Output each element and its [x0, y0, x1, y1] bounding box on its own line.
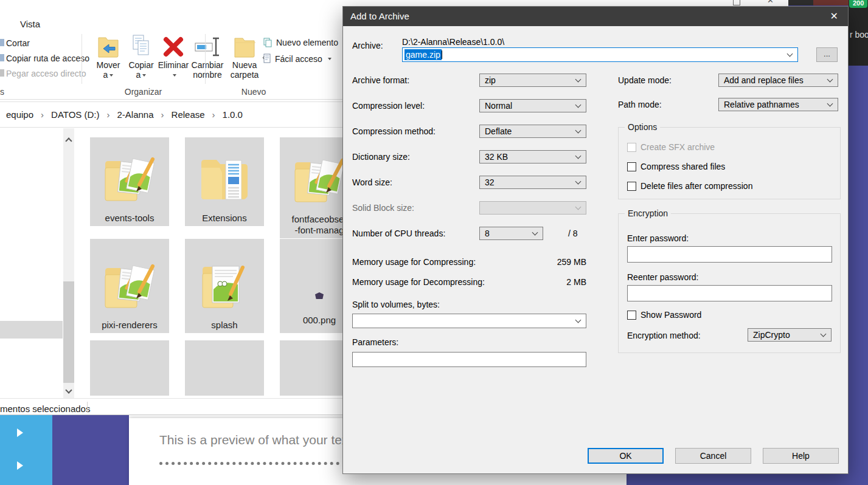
rename-button[interactable]: Cambiar nombre — [190, 35, 225, 80]
dropdown-arrow-icon — [109, 74, 113, 77]
create-sfx-checkbox-row: Create SFX archive — [627, 142, 715, 152]
breadcrumb-item[interactable]: Release — [167, 109, 210, 120]
play-icon[interactable] — [17, 461, 23, 470]
add-to-archive-dialog: Add to Archive ✕ Archive: D:\2-Alanna\Re… — [342, 6, 849, 474]
breadcrumb-item[interactable]: DATOS (D:) — [46, 109, 104, 120]
easy-access-button[interactable]: Fácil acceso — [263, 53, 332, 64]
chevron-down-icon — [821, 331, 827, 337]
breadcrumb-item[interactable]: equipo — [1, 109, 38, 120]
chevron-down-icon[interactable] — [787, 51, 793, 57]
dictionary-size-combobox[interactable]: 32 KB — [479, 150, 586, 163]
split-volumes-combobox[interactable] — [352, 314, 586, 328]
archive-format-combobox[interactable]: zip — [479, 74, 586, 87]
enter-password-input[interactable] — [627, 246, 832, 263]
new-folder-icon — [234, 34, 255, 58]
options-group: Options Create SFX archive Compress shar… — [618, 127, 841, 199]
compression-method-combobox[interactable]: Deflate — [479, 125, 586, 138]
breadcrumb-item[interactable]: 2-Alanna — [113, 109, 159, 120]
split-volumes-label: Split to volumes, bytes: — [352, 300, 440, 309]
file-tile[interactable]: pixi-renderers — [90, 239, 169, 333]
encryption-method-combobox[interactable]: ZipCrypto — [748, 328, 832, 342]
file-name: events-tools — [105, 213, 155, 224]
dropdown-arrow-icon — [328, 58, 332, 60]
parameters-input[interactable] — [352, 352, 586, 367]
encryption-method-label: Encryption method: — [627, 331, 701, 340]
copy-to-button[interactable]: Copiar a — [125, 34, 157, 80]
file-tile[interactable]: Extensions — [185, 137, 264, 226]
tab-vista[interactable]: Vista — [20, 19, 40, 29]
new-item-button[interactable]: Nuevo elemento — [263, 38, 347, 47]
delete-icon — [162, 35, 185, 58]
background-maroon-block — [813, 0, 850, 5]
file-tile[interactable]: events-tools — [90, 137, 169, 226]
dialog-title-bar[interactable]: Add to Archive ✕ — [343, 7, 848, 26]
chevron-down-icon — [575, 204, 582, 210]
dialog-title: Add to Archive — [350, 11, 409, 21]
close-icon[interactable]: ✕ — [766, 0, 776, 5]
nav-pane-selected-item[interactable] — [0, 321, 63, 339]
chevron-down-icon — [827, 101, 833, 107]
parameters-label: Parameters: — [352, 337, 398, 347]
background-blue-window — [0, 415, 52, 485]
image-file-icon — [315, 292, 324, 299]
compression-level-combobox[interactable]: Normal — [479, 99, 586, 112]
update-mode-label: Update mode: — [618, 75, 672, 85]
new-folder-button[interactable]: Nueva carpeta — [226, 34, 263, 80]
breadcrumb-item[interactable]: 1.0.0 — [218, 109, 248, 120]
path-mode-label: Path mode: — [618, 100, 662, 109]
word-size-label: Word size: — [352, 177, 392, 187]
chevron-down-icon — [575, 153, 582, 159]
ok-button[interactable]: OK — [588, 448, 664, 464]
copy-to-icon — [131, 34, 151, 58]
folder-icon — [194, 258, 255, 318]
move-to-button[interactable]: Mover a — [91, 34, 125, 80]
path-mode-combobox[interactable]: Relative pathnames — [718, 98, 838, 111]
restore-icon[interactable] — [733, 0, 740, 5]
group-label-organizar: Organizar — [82, 87, 205, 97]
preview-text: This is a preview of what your text — [159, 433, 352, 447]
menu-item-copiar-ruta[interactable]: Copiar ruta de acceso — [6, 53, 89, 63]
update-mode-combobox[interactable]: Add and replace files — [718, 74, 838, 87]
file-name: 000.png — [303, 315, 336, 326]
help-button[interactable]: Help — [763, 448, 839, 464]
chevron-down-icon — [575, 179, 582, 185]
cpu-threads-max: / 8 — [568, 229, 578, 238]
copy-path-icon — [0, 54, 4, 61]
cancel-button[interactable]: Cancel — [675, 448, 751, 464]
file-tile[interactable]: splash — [185, 239, 264, 333]
cpu-threads-combobox[interactable]: 8 — [479, 227, 543, 240]
show-password-checkbox-row[interactable]: Show Password — [627, 310, 701, 320]
delete-after-checkbox-row[interactable]: Delete files after compression — [627, 181, 752, 191]
compression-level-label: Compression level: — [352, 101, 425, 111]
background-partial-text: r boo — [850, 30, 868, 40]
chevron-down-icon — [575, 128, 582, 134]
encryption-legend: Encryption — [625, 208, 671, 218]
word-size-combobox[interactable]: 32 — [479, 176, 586, 189]
chevron-down-icon — [575, 102, 582, 108]
checkbox-icon[interactable] — [627, 162, 636, 171]
scrollbar-thumb[interactable] — [63, 281, 74, 383]
checkbox-icon[interactable] — [627, 311, 636, 320]
archive-name-combobox[interactable]: game.zip — [402, 47, 798, 62]
folder-icon — [99, 151, 160, 212]
reenter-password-input[interactable] — [627, 285, 832, 301]
play-icon[interactable] — [17, 428, 23, 437]
cpu-threads-label: Number of CPU threads: — [352, 229, 445, 238]
checkbox-icon[interactable] — [627, 182, 636, 191]
cut-icon — [0, 39, 4, 46]
folder-icon — [194, 151, 255, 212]
chevron-down-icon — [575, 77, 582, 83]
status-badge: 200 — [849, 0, 867, 8]
memory-compressing-label: Memory usage for Compressing: — [352, 257, 476, 267]
paste-shortcut-icon — [0, 69, 4, 77]
compress-shared-checkbox-row[interactable]: Compress shared files — [627, 162, 725, 171]
file-tile[interactable] — [185, 340, 264, 396]
close-icon[interactable]: ✕ — [830, 10, 838, 22]
file-tile[interactable] — [90, 340, 169, 396]
menu-item-cortar[interactable]: Cortar — [6, 38, 30, 48]
group-label-clipboard-partial: s — [0, 87, 12, 97]
delete-button[interactable]: Eliminar — [157, 35, 190, 80]
browse-button[interactable]: ... — [816, 47, 838, 62]
archive-name-selected-text: game.zip — [404, 49, 442, 60]
encryption-group: Encryption Enter password: Reenter passw… — [618, 213, 841, 353]
